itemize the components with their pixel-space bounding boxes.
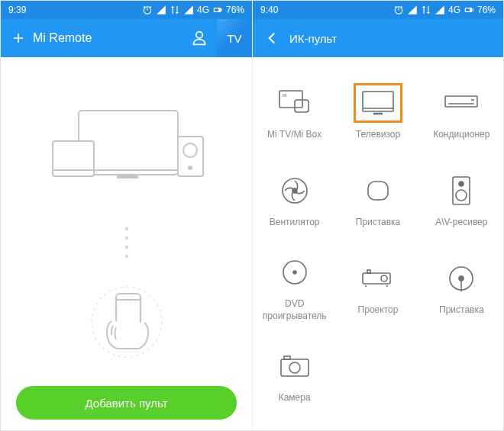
svg-point-10 — [124, 246, 128, 249]
svg-rect-19 — [295, 100, 309, 112]
signal-icon — [156, 5, 166, 15]
camera-icon — [270, 346, 319, 386]
svg-point-9 — [124, 236, 128, 240]
svg-rect-36 — [367, 270, 370, 273]
device-av[interactable]: A\V-ресивер — [420, 156, 503, 243]
svg-point-6 — [183, 143, 197, 157]
svg-point-30 — [459, 182, 464, 186]
signal2-icon — [435, 5, 445, 15]
svg-rect-34 — [363, 273, 390, 284]
empty-state: Добавить пульт — [1, 57, 252, 431]
hand-phone-illustration — [89, 280, 165, 364]
status-icons: 4G 76% — [393, 5, 496, 15]
device-label: Mi TV/Mi Box — [267, 129, 321, 141]
device-dvd[interactable]: DVD проигрыватель — [253, 243, 336, 331]
device-ac[interactable]: Кондиционер — [420, 68, 503, 156]
device-label: Кондиционер — [433, 129, 489, 141]
device-settop[interactable]: Приставка — [336, 156, 419, 243]
connection-dots-icon — [124, 225, 130, 263]
add-remote-label: Добавить пульт — [85, 397, 167, 410]
network-type: 4G — [197, 5, 209, 15]
device-tv[interactable]: Телевизор — [336, 68, 419, 156]
profile-button[interactable] — [182, 19, 217, 57]
app-title: Mi Remote — [33, 31, 182, 45]
svg-point-31 — [456, 190, 467, 201]
screen-mi-remote: 9:39 4G 76% Mi Remote TV — [1, 1, 252, 431]
battery-icon — [212, 5, 223, 15]
svg-point-40 — [459, 276, 464, 281]
battery-icon — [464, 5, 474, 15]
device-label: A\V-ресивер — [435, 217, 487, 229]
ac-icon — [437, 83, 486, 123]
alarm-icon — [393, 5, 404, 15]
app-header: Mi Remote TV — [1, 19, 252, 57]
device-camera[interactable]: Камера — [253, 331, 336, 419]
statusbar: 9:39 4G 76% — [1, 1, 252, 19]
battery-pct: 76% — [477, 5, 496, 15]
svg-rect-23 — [445, 96, 477, 107]
svg-point-7 — [188, 166, 192, 170]
svg-point-8 — [124, 227, 128, 230]
status-time: 9:40 — [260, 5, 393, 15]
device-label: Вентилятор — [270, 217, 320, 229]
tv-icon — [354, 83, 402, 123]
signal-icon — [407, 5, 418, 15]
svg-rect-3 — [53, 141, 94, 176]
tv-tab[interactable]: TV — [217, 19, 252, 57]
device-projector[interactable]: Проектор — [336, 243, 419, 331]
speaker-icon — [437, 171, 486, 211]
device-settop2[interactable]: Приставка — [420, 243, 503, 331]
satellite-icon — [437, 259, 486, 298]
signal2-icon — [183, 5, 194, 15]
fan-icon — [270, 171, 319, 211]
picker-title: ИК-пульт — [289, 32, 337, 45]
status-time: 9:39 — [8, 5, 142, 15]
picker-header: ИК-пульт — [253, 19, 503, 57]
battery-pct: 76% — [226, 5, 244, 15]
svg-point-44 — [289, 362, 300, 373]
data-icon — [421, 5, 431, 15]
svg-point-27 — [292, 188, 297, 193]
device-label: Телевизор — [356, 129, 400, 141]
data-icon — [170, 5, 180, 15]
device-label: Приставка — [356, 217, 401, 229]
status-icons: 4G 76% — [142, 5, 244, 15]
devices-illustration — [47, 103, 207, 195]
statusbar: 9:40 4G 76% — [253, 1, 503, 19]
device-label: Камера — [279, 392, 311, 404]
alarm-icon — [142, 5, 153, 15]
device-mitv[interactable]: MI Mi TV/Mi Box — [253, 68, 336, 156]
network-type: 4G — [448, 5, 460, 15]
device-label: Проектор — [358, 304, 399, 317]
settop-icon — [354, 171, 402, 211]
disc-icon — [270, 252, 319, 292]
svg-rect-2 — [117, 175, 138, 179]
device-grid: MI Mi TV/Mi Box Телевизор Кондиционер Ве… — [253, 57, 503, 431]
svg-point-35 — [381, 275, 387, 281]
svg-point-11 — [124, 255, 128, 258]
device-label: DVD проигрыватель — [253, 298, 336, 322]
add-remote-button[interactable]: Добавить пульт — [16, 386, 237, 420]
projector-icon — [354, 259, 402, 298]
svg-text:MI: MI — [283, 93, 287, 98]
back-button[interactable] — [263, 30, 280, 47]
device-label: Приставка — [439, 304, 484, 317]
screen-device-picker: 9:40 4G 76% ИК-пульт MI Mi TV/Mi Box — [252, 1, 503, 431]
svg-rect-28 — [368, 182, 388, 200]
device-fan[interactable]: Вентилятор — [253, 156, 336, 243]
svg-point-33 — [293, 271, 296, 274]
mitv-icon: MI — [270, 83, 319, 123]
add-icon[interactable] — [11, 31, 25, 45]
header-actions: TV — [182, 19, 252, 57]
svg-rect-43 — [284, 356, 290, 359]
